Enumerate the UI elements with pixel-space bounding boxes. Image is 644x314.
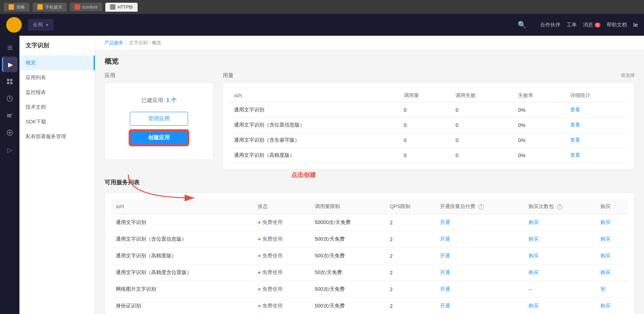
- service-row-buy2[interactable]: 购买: [596, 264, 628, 281]
- usage-row-api: 通用文字识别（含位置信息版）: [229, 118, 399, 133]
- order-nav-item[interactable]: 工单: [567, 21, 577, 28]
- browser-tab-1[interactable]: 攻略: [4, 3, 30, 12]
- svg-rect-4: [7, 82, 9, 84]
- browser-tab-2[interactable]: 手机摄关: [33, 3, 67, 12]
- left-nav: 文字识别 概览 应用列表 监控报表 技术文档 SDK下载 私有部署服务管理: [19, 36, 95, 314]
- usage-section-wrapper: 用量 请选择 API 调用量 调用失败 失败率 详细统计: [223, 72, 635, 170]
- sidebar-icon-widget1[interactable]: [2, 74, 17, 89]
- tab-label-3: iconfont: [82, 5, 98, 9]
- buy-help-icon[interactable]: ?: [557, 204, 562, 210]
- service-row-buy2[interactable]: 购买: [596, 298, 628, 314]
- service-row-open[interactable]: 开通: [435, 231, 524, 248]
- sidebar-icon-grid[interactable]: ⊞: [2, 40, 17, 55]
- usage-table-row: 通用文字识别（含生僻字版） 0 0 0% 查看: [229, 133, 628, 148]
- service-row-buy[interactable]: 购买: [524, 298, 596, 314]
- service-col-open: 开通按量后付费 ?: [435, 199, 524, 214]
- create-app-button[interactable]: 创建应用: [130, 130, 188, 145]
- sidebar-icon-widget4[interactable]: [2, 125, 17, 141]
- user-nav-item[interactable]: Ie: [633, 22, 638, 28]
- sidebar-item-applist[interactable]: 应用列表: [19, 70, 95, 85]
- sidebar-item-deploy[interactable]: 私有部署服务管理: [19, 129, 95, 144]
- sidebar-item-overview[interactable]: 概览: [19, 56, 95, 70]
- app-header: 全局 ▼ 🔍 合作伙伴 工单 消息 6 帮助文档 Ie: [0, 14, 644, 36]
- breadcrumb: 产品服务 / 文字识别 - 概览: [95, 36, 644, 50]
- service-row-limit: 500次/天免费: [310, 298, 385, 314]
- usage-title: 用量: [223, 72, 234, 79]
- content-area: 概览 应用 已建应用: 1 个 管理应用 创建应用: [95, 50, 644, 314]
- sidebar-item-monitor[interactable]: 监控报表: [19, 85, 95, 100]
- user-label: Ie: [633, 22, 638, 28]
- service-col-status: 状态: [253, 199, 310, 214]
- service-row-buy2[interactable]: 智: [596, 281, 628, 298]
- notice-nav-item[interactable]: 消息 6: [583, 21, 601, 28]
- service-col-buy: 购买次数包 ?: [524, 199, 596, 214]
- service-table-row: 身份证识别 ●免费使用 500次/天免费 2 开通 购买 购买: [111, 298, 628, 314]
- service-row-buy2[interactable]: 购买: [596, 214, 628, 231]
- service-row-limit: 50000次/天免费: [310, 214, 385, 231]
- sidebar-icon-arrow[interactable]: ▶: [2, 57, 17, 72]
- service-table-row: 通用文字识别（含位置信息版） ●免费使用 500次/天免费 2 开通 购买 购买: [111, 231, 628, 248]
- service-section-title: 可用服务列表: [105, 179, 635, 186]
- overview-columns: 应用 已建应用: 1 个 管理应用 创建应用 用量 请选择: [105, 72, 635, 170]
- service-table: API 状态 调用量限制 QPS限制 开通按量后付费 ? 购买次数包: [111, 199, 628, 314]
- usage-row-link[interactable]: 查看: [565, 148, 628, 163]
- service-row-buy2[interactable]: 购买: [596, 231, 628, 248]
- usage-row-link[interactable]: 查看: [565, 118, 628, 133]
- service-row-open[interactable]: 开通: [435, 264, 524, 281]
- sidebar-icon-widget3[interactable]: [2, 108, 17, 123]
- service-row-open[interactable]: 开通: [435, 298, 524, 314]
- app-section-title: 应用: [105, 72, 213, 79]
- service-row-status: ●免费使用: [253, 281, 310, 298]
- service-row-api: 通用文字识别（高精度版）: [111, 248, 253, 264]
- breadcrumb-part1[interactable]: 产品服务: [105, 40, 123, 46]
- service-row-open[interactable]: 开通: [435, 248, 524, 264]
- usage-hint: 请选择: [621, 72, 635, 79]
- partner-nav-item[interactable]: 合作伙伴: [540, 21, 560, 28]
- browser-tab-3[interactable]: iconfont: [70, 3, 102, 11]
- tab-icon-1: [9, 4, 14, 10]
- usage-col-failures: 调用失败: [451, 89, 513, 102]
- usage-table-row: 通用文字识别（高精度版） 0 0 0% 查看: [229, 148, 628, 163]
- usage-row-rate: 0%: [513, 118, 565, 133]
- help-nav-item[interactable]: 帮助文档: [607, 21, 627, 28]
- scope-selector[interactable]: 全局 ▼: [28, 19, 54, 31]
- tab-icon-2: [37, 4, 43, 10]
- search-icon[interactable]: 🔍: [518, 21, 526, 29]
- service-row-limit: 500次/天免费: [310, 248, 385, 264]
- service-row-api: 通用文字识别（高精度含位置版）: [111, 264, 253, 281]
- order-label: 工单: [567, 21, 577, 28]
- usage-header: 用量 请选择: [223, 72, 635, 79]
- sidebar-icon-widget5[interactable]: ▷: [2, 142, 17, 158]
- notice-badge: 6: [595, 23, 601, 28]
- manage-app-button[interactable]: 管理应用: [130, 112, 188, 126]
- app-logo: [6, 17, 22, 33]
- service-row-open[interactable]: 开通: [435, 214, 524, 231]
- service-row-status: ●免费使用: [253, 214, 310, 231]
- usage-row-rate: 0%: [513, 133, 565, 148]
- service-row-buy[interactable]: 购买: [524, 214, 596, 231]
- service-row-buy2[interactable]: 购买: [596, 248, 628, 264]
- app-card: 已建应用: 1 个 管理应用 创建应用: [105, 82, 213, 160]
- sidebar-icon-widget2[interactable]: [2, 91, 17, 106]
- service-section-header: 可用服务列表 点击创建: [105, 179, 635, 186]
- service-row-open[interactable]: 开通: [435, 281, 524, 298]
- service-row-buy[interactable]: 购买: [524, 264, 596, 281]
- service-row-limit: 500次/天免费: [310, 231, 385, 248]
- service-row-buy[interactable]: 购买: [524, 248, 596, 264]
- browser-tab-4[interactable]: HTTP协: [105, 3, 138, 12]
- scope-arrow-icon: ▼: [45, 23, 49, 27]
- usage-row-link[interactable]: 查看: [565, 133, 628, 148]
- usage-row-failures: 0: [451, 133, 513, 148]
- service-row-buy[interactable]: 购买: [524, 231, 596, 248]
- service-card: API 状态 调用量限制 QPS限制 开通按量后付费 ? 购买次数包: [105, 193, 635, 314]
- usage-row-failures: 0: [451, 102, 513, 118]
- sidebar-item-sdk[interactable]: SDK下载: [19, 114, 95, 129]
- usage-row-link[interactable]: 查看: [565, 102, 628, 118]
- usage-row-api: 通用文字识别（高精度版）: [229, 148, 399, 163]
- service-row-buy: --: [524, 281, 596, 298]
- service-row-qps: 2: [385, 281, 435, 298]
- open-help-icon[interactable]: ?: [478, 204, 484, 210]
- service-col-buy2: 购买: [596, 199, 628, 214]
- annotation-text: 点击创建: [291, 171, 316, 179]
- sidebar-item-docs[interactable]: 技术文档: [19, 100, 95, 114]
